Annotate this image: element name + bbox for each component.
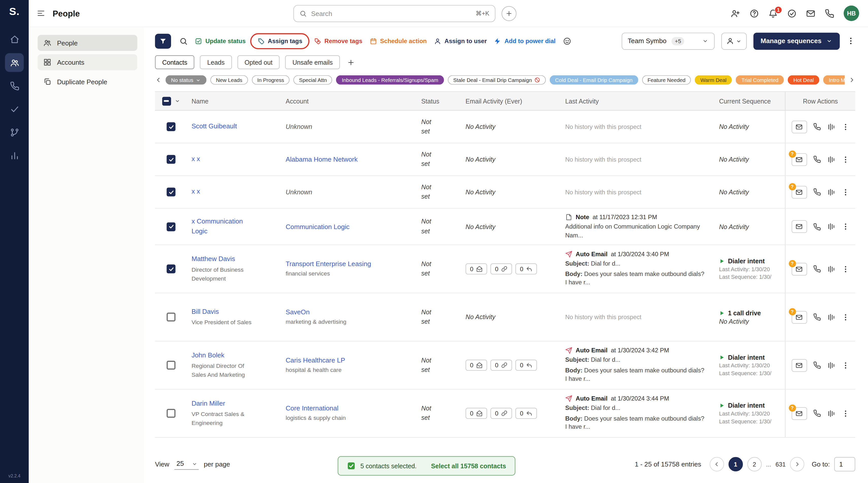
contact-name-link[interactable]: x x xyxy=(192,187,200,197)
plus-icon[interactable] xyxy=(347,58,355,66)
tab-opted-out[interactable]: Opted out xyxy=(237,55,280,69)
page-button-2[interactable]: 2 xyxy=(747,457,762,472)
column-header-status[interactable]: Status xyxy=(417,92,461,110)
account-link[interactable]: SaveOn xyxy=(285,308,310,316)
page-button-631[interactable]: 631 xyxy=(776,461,786,468)
rail-item-home[interactable] xyxy=(5,30,24,49)
row-checkbox[interactable] xyxy=(167,313,176,321)
add-user-button[interactable] xyxy=(731,9,740,18)
rail-item-people[interactable] xyxy=(5,53,24,72)
check-circle-button[interactable] xyxy=(787,9,797,18)
quick-create-button[interactable] xyxy=(501,6,517,21)
row-menu-button[interactable] xyxy=(841,265,849,273)
contact-name-link[interactable]: John Bolek xyxy=(192,351,225,360)
email-action-button[interactable]: ? xyxy=(792,311,807,323)
row-checkbox[interactable] xyxy=(167,222,176,231)
status-chip-trial-completed[interactable]: Trial Completed xyxy=(736,75,784,85)
status-chip-warm-deal[interactable]: Warm Deal xyxy=(695,75,732,85)
row-menu-button[interactable] xyxy=(841,313,849,321)
call-action-button[interactable] xyxy=(813,265,821,273)
status-chip-hot-deal[interactable]: Hot Deal xyxy=(788,75,819,85)
account-link[interactable]: Core International xyxy=(285,405,338,412)
contact-name-link[interactable]: x x xyxy=(192,155,200,164)
email-action-button[interactable]: ? xyxy=(792,153,807,166)
email-action-button[interactable]: ? xyxy=(792,263,807,275)
select-all-checkbox[interactable] xyxy=(162,97,171,105)
sequence-action-button[interactable] xyxy=(827,155,835,164)
rail-item-analytics[interactable] xyxy=(5,146,24,165)
tab-contacts[interactable]: Contacts xyxy=(155,55,195,69)
account-link[interactable]: Communication Logic xyxy=(285,223,349,231)
help-button[interactable] xyxy=(749,9,759,18)
team-select[interactable]: Team Symbo+5 xyxy=(622,32,714,50)
mail-button[interactable] xyxy=(806,9,815,18)
call-action-button[interactable] xyxy=(813,361,821,369)
status-chip-in-progress[interactable]: In Progress xyxy=(252,75,290,85)
status-chip-intro-meeting-scheduled[interactable]: Intro Meeting Scheduled xyxy=(823,75,845,85)
sequence-action-button[interactable] xyxy=(827,313,835,321)
sidebar-item-accounts[interactable]: Accounts xyxy=(37,54,137,70)
row-menu-button[interactable] xyxy=(841,123,849,131)
status-chip-inbound-leads-referrals-signups-spam[interactable]: Inbound Leads - Referrals/Signups/Spam xyxy=(336,75,444,85)
sequence-action-button[interactable] xyxy=(827,223,835,231)
contact-name-link[interactable]: Matthew Davis xyxy=(192,254,235,264)
goto-page-input[interactable] xyxy=(834,457,855,472)
manage-sequences-button[interactable]: Manage sequences xyxy=(753,32,840,50)
column-header-last-activity[interactable]: Last Activity xyxy=(561,92,714,110)
row-checkbox[interactable] xyxy=(167,122,176,131)
status-chip-no-status[interactable]: No status xyxy=(165,75,207,85)
column-header-account[interactable]: Account xyxy=(281,92,417,110)
select-all-button[interactable]: Select all 15758 contacts xyxy=(431,462,506,469)
app-logo[interactable]: S. xyxy=(9,6,20,18)
call-action-button[interactable] xyxy=(813,123,821,131)
row-checkbox[interactable] xyxy=(167,188,176,196)
contact-name-link[interactable]: Darin Miller xyxy=(192,399,225,409)
prev-page-button[interactable] xyxy=(710,457,724,472)
page-size-select[interactable]: 25 xyxy=(174,459,199,470)
sidebar-item-duplicate-people[interactable]: Duplicate People xyxy=(37,73,137,90)
rail-item-workflow[interactable] xyxy=(5,123,24,141)
schedule-action-button[interactable]: Schedule action xyxy=(370,37,427,44)
assign-to-user-button[interactable]: Assign to user xyxy=(434,37,487,44)
email-action-button[interactable]: ? xyxy=(792,186,807,198)
tab-unsafe-emails[interactable]: Unsafe emails xyxy=(285,55,340,69)
sequence-action-button[interactable] xyxy=(827,188,835,196)
status-chip-feature-needed[interactable]: Feature Needed xyxy=(642,75,691,85)
sidebar-toggle-icon[interactable] xyxy=(36,9,45,18)
account-link[interactable]: Transport Enterprise Leasing xyxy=(285,260,371,268)
selection-menu-caret-icon[interactable] xyxy=(174,98,180,104)
status-chip-cold-deal-email-drip-campaign[interactable]: Cold Deal - Email Drip Campaign xyxy=(550,75,638,85)
bell-button[interactable]: 1 xyxy=(768,9,778,18)
row-checkbox[interactable] xyxy=(167,409,176,418)
chevron-left-icon[interactable] xyxy=(155,76,162,84)
call-action-button[interactable] xyxy=(813,156,821,163)
user-avatar[interactable]: HB xyxy=(844,6,859,21)
account-link[interactable]: Alabama Home Network xyxy=(285,156,358,163)
sidebar-item-people[interactable]: People xyxy=(37,35,137,51)
status-chip-special-attn[interactable]: Special Attn xyxy=(293,75,333,85)
row-menu-button[interactable] xyxy=(841,188,849,196)
row-checkbox[interactable] xyxy=(167,155,176,164)
search-input[interactable] xyxy=(311,10,471,18)
call-action-button[interactable] xyxy=(813,223,821,231)
call-action-button[interactable] xyxy=(813,188,821,196)
row-menu-button[interactable] xyxy=(841,155,849,164)
tab-leads[interactable]: Leads xyxy=(200,55,232,69)
smiley-icon[interactable] xyxy=(563,37,571,45)
contact-name-link[interactable]: Scott Guibeault xyxy=(192,122,237,131)
sequence-action-button[interactable] xyxy=(827,361,835,369)
update-status-button[interactable]: Update status xyxy=(195,37,246,44)
remove-tags-button[interactable]: Remove tags xyxy=(314,37,363,44)
assignee-filter-button[interactable] xyxy=(721,32,747,50)
row-menu-button[interactable] xyxy=(841,361,849,369)
email-action-button[interactable] xyxy=(792,359,807,372)
row-checkbox[interactable] xyxy=(167,265,176,273)
row-menu-button[interactable] xyxy=(841,223,849,231)
filter-button[interactable] xyxy=(155,33,171,49)
email-action-button[interactable] xyxy=(792,220,807,233)
page-button-1[interactable]: 1 xyxy=(728,457,743,472)
email-action-button[interactable] xyxy=(792,120,807,133)
next-page-button[interactable] xyxy=(790,457,805,472)
rail-item-phone[interactable] xyxy=(5,76,24,95)
add-to-power-dial-button[interactable]: Add to power dial xyxy=(494,37,556,44)
